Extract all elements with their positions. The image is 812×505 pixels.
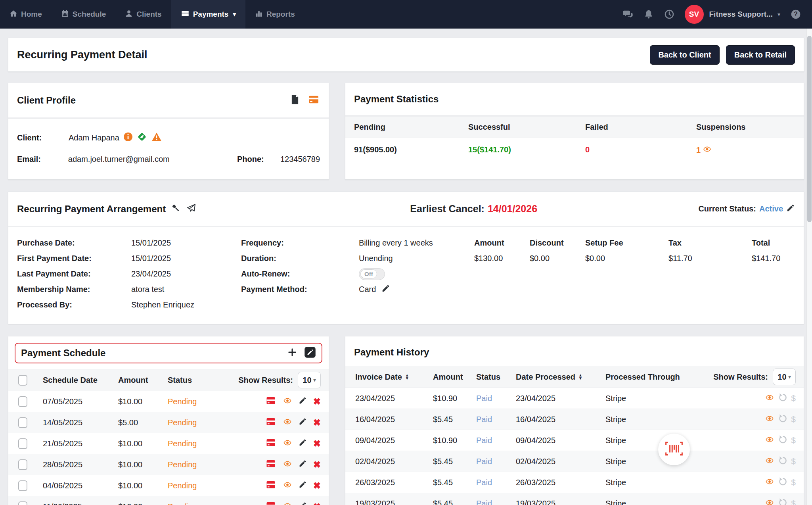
eye-icon[interactable]	[283, 502, 292, 505]
amount-cell: $5.45	[433, 415, 476, 424]
history-table-row: 19/03/2025 $5.45 Paid 19/03/2025 Stripe …	[345, 493, 804, 505]
credit-card-orange-icon[interactable]	[307, 94, 320, 106]
eye-icon[interactable]	[283, 397, 292, 407]
show-results-select[interactable]: 10▾	[298, 372, 321, 388]
row-checkbox[interactable]	[18, 459, 27, 470]
edit-square-icon[interactable]	[304, 346, 316, 360]
clock-icon[interactable]	[664, 9, 674, 19]
calendar-icon	[61, 10, 69, 19]
pencil-icon[interactable]	[299, 438, 307, 449]
scrollbar[interactable]	[806, 29, 812, 505]
refund-icon[interactable]	[778, 435, 787, 446]
back-to-client-button[interactable]: Back to Client	[650, 45, 719, 65]
green-leaf-badge-icon[interactable]	[137, 132, 147, 144]
eye-icon[interactable]	[765, 394, 774, 403]
delete-x-icon[interactable]: ✖	[313, 481, 321, 490]
delete-x-icon[interactable]: ✖	[313, 439, 321, 448]
dollar-icon[interactable]: $	[791, 478, 796, 487]
bell-icon[interactable]	[643, 9, 654, 19]
chat-icon[interactable]	[623, 9, 633, 19]
show-results-value: 10	[303, 376, 311, 385]
row-checkbox[interactable]	[18, 480, 27, 491]
eye-icon[interactable]	[765, 457, 774, 467]
avatar[interactable]: SV	[685, 5, 704, 24]
chevron-down-icon[interactable]: ▾	[778, 11, 780, 17]
row-checkbox[interactable]	[18, 396, 27, 407]
red-card-icon[interactable]	[265, 438, 276, 449]
paper-plane-icon[interactable]	[186, 204, 196, 215]
eye-icon[interactable]	[283, 418, 292, 428]
dollar-icon[interactable]: $	[791, 415, 796, 424]
sort-icon[interactable]: ▲▼	[578, 374, 582, 380]
eye-icon[interactable]	[283, 481, 292, 491]
dollar-icon[interactable]: $	[791, 499, 796, 505]
delete-x-icon[interactable]: ✖	[313, 418, 321, 427]
delete-x-icon[interactable]: ✖	[313, 460, 321, 469]
info-icon[interactable]	[123, 132, 133, 144]
eye-icon[interactable]	[765, 499, 774, 505]
refund-icon[interactable]	[778, 414, 787, 425]
refund-icon[interactable]	[778, 456, 787, 467]
page-header: Recurring Payment Detail Back to Client …	[8, 38, 804, 72]
delete-x-icon[interactable]: ✖	[313, 397, 321, 406]
payment-statistics-title: Payment Statistics	[354, 94, 439, 105]
pencil-icon[interactable]	[786, 204, 795, 214]
chevron-down-icon: ▾	[233, 11, 236, 18]
fin-value: $11.70	[668, 251, 752, 266]
barcode-scan-button[interactable]	[658, 434, 690, 465]
row-checkbox[interactable]	[18, 417, 27, 428]
refund-icon[interactable]	[778, 393, 787, 404]
red-card-icon[interactable]	[265, 417, 276, 428]
nav-item-clients[interactable]: Clients	[115, 0, 171, 29]
schedule-table-row: 28/05/2025 $10.00 Pending ✖	[8, 454, 329, 475]
eye-icon[interactable]	[765, 436, 774, 445]
status-cell: Pending	[168, 418, 265, 427]
delete-x-icon[interactable]: ✖	[313, 502, 321, 505]
pencil-icon[interactable]	[381, 284, 390, 295]
sort-icon[interactable]: ▲▼	[405, 374, 409, 380]
dollar-icon[interactable]: $	[791, 457, 796, 466]
show-results-select[interactable]: 10▾	[773, 369, 796, 385]
eye-icon[interactable]	[765, 478, 774, 488]
eye-icon[interactable]	[283, 439, 292, 449]
pencil-icon[interactable]	[299, 417, 307, 428]
eye-icon[interactable]	[283, 460, 292, 470]
nav-item-schedule[interactable]: Schedule	[52, 0, 115, 29]
select-all-checkbox[interactable]	[18, 375, 27, 386]
schedule-date-cell: 28/05/2025	[43, 460, 118, 469]
auto-renew-toggle[interactable]: Off	[359, 268, 385, 280]
back-to-retail-button[interactable]: Back to Retail	[726, 45, 795, 65]
plus-icon[interactable]	[287, 348, 297, 359]
red-card-icon[interactable]	[265, 501, 276, 505]
warning-triangle-icon[interactable]	[151, 132, 162, 144]
dollar-icon[interactable]: $	[791, 436, 796, 445]
help-icon[interactable]: ?	[791, 9, 801, 19]
amount-cell: $5.00	[118, 418, 168, 427]
nav-item-reports[interactable]: Reports	[245, 0, 304, 29]
pencil-icon[interactable]	[299, 459, 307, 470]
nav-item-payments[interactable]: Payments ▾	[171, 0, 245, 29]
gavel-icon[interactable]	[171, 204, 181, 215]
document-icon[interactable]	[290, 94, 300, 107]
field-label: Last Payment Date:	[17, 269, 131, 278]
pencil-icon[interactable]	[299, 501, 307, 505]
red-card-icon[interactable]	[265, 480, 276, 492]
col-invoice-date: Invoice Date	[355, 373, 402, 382]
user-name[interactable]: Fitness Support...	[709, 10, 773, 19]
eye-icon[interactable]	[703, 145, 712, 155]
current-status-label: Current Status:	[698, 204, 756, 213]
pencil-icon[interactable]	[299, 480, 307, 491]
red-card-icon[interactable]	[265, 396, 276, 407]
refund-icon[interactable]	[778, 477, 787, 488]
eye-icon[interactable]	[765, 415, 774, 424]
refund-icon[interactable]	[778, 498, 787, 505]
pencil-icon[interactable]	[299, 396, 307, 407]
nav-item-home[interactable]: Home	[0, 0, 52, 29]
row-checkbox[interactable]	[18, 438, 27, 449]
payment-schedule-panel: Payment Schedule Schedule Date Amount St…	[8, 336, 329, 505]
nav-item-label: Reports	[266, 10, 295, 19]
red-card-icon[interactable]	[265, 459, 276, 470]
dollar-icon[interactable]: $	[791, 394, 796, 403]
row-checkbox[interactable]	[18, 501, 27, 505]
scrollbar-thumb[interactable]	[807, 36, 812, 222]
